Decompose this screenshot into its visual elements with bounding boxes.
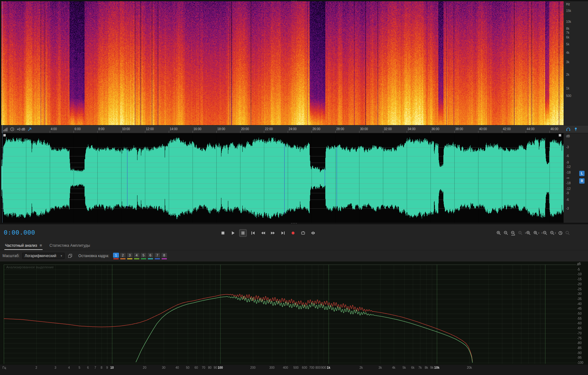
- timeline-tick: [478, 131, 478, 133]
- spectrogram-display[interactable]: [1, 1, 564, 125]
- timeline-tick: [74, 131, 74, 133]
- frequency-unit-label: Hz: [566, 3, 570, 6]
- marker-pin-button[interactable]: [574, 127, 577, 131]
- snap-arrow-icon: [28, 127, 32, 131]
- panel-menu-icon[interactable]: ≡: [39, 243, 42, 248]
- hold-button-group: 6: [147, 253, 153, 259]
- timeline-tick-label: 44:00: [527, 127, 534, 131]
- x-axis-tick-label: 4k: [392, 366, 395, 369]
- zoom-sel-left-button[interactable]: ‹: [541, 230, 548, 236]
- y-axis-tick-label: -95: [577, 356, 581, 359]
- copy-graph-button[interactable]: [67, 253, 73, 259]
- skip-selection-button[interactable]: [309, 229, 317, 237]
- hold-button-3[interactable]: 3: [127, 253, 133, 258]
- zoom-in-left-button[interactable]: ‹: [525, 230, 531, 236]
- scale-select[interactable]: Логарифмический ▾: [22, 253, 65, 259]
- analysis-controls: Масштаб: Логарифмический ▾ Остановка кад…: [0, 251, 588, 261]
- record-button[interactable]: [289, 229, 297, 237]
- timeline-tick: [97, 131, 98, 133]
- hold-button-group: 1: [113, 253, 119, 259]
- timeline-ruler[interactable]: 4:006:008:0010:0012:0014:0016:0018:0020:…: [1, 125, 564, 133]
- timeline-tick: [359, 131, 359, 133]
- zoom-in-right-button[interactable]: ›: [533, 230, 539, 236]
- hold-color-bar: [134, 258, 139, 259]
- zoom-full-button[interactable]: [510, 230, 516, 236]
- hold-button-8[interactable]: 8: [161, 253, 167, 258]
- skip-back-button[interactable]: [249, 229, 257, 237]
- hold-button-group: 4: [134, 253, 140, 259]
- levels-meter-button[interactable]: [3, 127, 8, 131]
- timeline-tick: [240, 131, 240, 133]
- timeline-tick-label: 32:00: [384, 127, 392, 131]
- skip-forward-button[interactable]: [279, 229, 287, 237]
- db-scale-label: -12: [566, 187, 570, 191]
- panel-resize-handle-bottom[interactable]: [291, 223, 297, 224]
- freq-scale-label: 5k: [566, 43, 570, 46]
- zoom-out-button[interactable]: [503, 230, 509, 236]
- hold-button-4[interactable]: 4: [134, 253, 140, 258]
- spectrogram-frequency-scale: Hz 15k10k8k7k6k5k4k3k2k1k500: [564, 1, 588, 125]
- timeline-tick-label: 40:00: [479, 127, 487, 131]
- play-button[interactable]: [229, 229, 237, 237]
- stop-button[interactable]: [219, 229, 227, 237]
- zoom-in-button[interactable]: [496, 230, 502, 236]
- loop-button[interactable]: [299, 229, 307, 237]
- x-axis-tick-label: 8k: [425, 366, 428, 369]
- fast-forward-button[interactable]: [269, 229, 277, 237]
- copy-icon: [68, 254, 72, 258]
- tab-label: Частотный анализ: [5, 243, 37, 248]
- db-scale-label: -6: [566, 198, 569, 202]
- tab-frequency-analysis[interactable]: Частотный анализ≡: [4, 241, 43, 250]
- x-axis-tick-label: 4: [68, 366, 70, 369]
- hold-button-group: 5: [141, 253, 147, 259]
- y-axis-unit-label: дБ: [577, 262, 581, 266]
- headphones-icon: [566, 127, 570, 131]
- fade-in-handle[interactable]: [3, 134, 6, 137]
- waveform-display[interactable]: [1, 133, 564, 223]
- snap-toggle-button[interactable]: [28, 127, 32, 131]
- x-axis-tick-label: 6: [87, 366, 89, 369]
- hold-button-2[interactable]: 2: [120, 253, 126, 258]
- time-display[interactable]: 0:00.000: [4, 229, 35, 236]
- timeline-tick-label: 46:00: [550, 127, 558, 131]
- panel-resize-handle-top[interactable]: [291, 1, 297, 1]
- timeline-tick-label: 20:00: [241, 127, 249, 131]
- x-axis-tick-label: 10k: [434, 366, 440, 369]
- hold-button-group: 2: [120, 253, 126, 259]
- timeline-tick: [288, 131, 288, 133]
- headphones-button[interactable]: [566, 127, 570, 131]
- tab-amplitude-statistics[interactable]: Статистика Амплитуды: [49, 241, 91, 250]
- hold-button-1[interactable]: 1: [113, 253, 119, 258]
- hold-button-5[interactable]: 5: [141, 253, 147, 258]
- pin-icon: [574, 127, 577, 131]
- scale-label: Масштаб:: [3, 254, 20, 258]
- timeline-tick: [121, 131, 121, 133]
- y-axis-tick-label: -50: [577, 312, 581, 315]
- hold-button-7[interactable]: 7: [154, 253, 160, 258]
- levels-icon: [3, 127, 8, 131]
- channel-badge-l[interactable]: L: [579, 171, 585, 176]
- x-axis-tick-label: 800: [316, 366, 321, 369]
- playhead[interactable]: [2, 1, 3, 223]
- x-axis-tick-label: 1k: [327, 366, 330, 369]
- zoom-sel-right-button[interactable]: ›: [549, 230, 556, 236]
- hold-button-6[interactable]: 6: [147, 253, 153, 258]
- channel-badge-r[interactable]: R: [579, 178, 585, 184]
- timeline-tick: [216, 131, 217, 133]
- x-axis-tick-label: 5: [79, 366, 80, 369]
- y-axis-tick-label: -30: [577, 292, 581, 296]
- hold-button-group: 7: [154, 253, 160, 259]
- timeline-tick: [431, 131, 431, 133]
- hold-color-bar: [120, 258, 126, 259]
- db-scale-label: -9: [566, 161, 569, 165]
- clip-gain-value[interactable]: +0 dB: [17, 128, 25, 131]
- x-axis-tick-label: 70: [202, 366, 205, 369]
- hold-color-bar: [148, 258, 153, 259]
- rewind-button[interactable]: [259, 229, 267, 237]
- x-axis-tick-label: 400: [283, 366, 288, 369]
- zoom-time-button[interactable]: [558, 230, 563, 236]
- x-axis-tick-label: 30: [162, 366, 165, 369]
- fade-out-handle[interactable]: [559, 134, 561, 137]
- pause-button[interactable]: [239, 229, 247, 237]
- clock-button[interactable]: [10, 127, 14, 131]
